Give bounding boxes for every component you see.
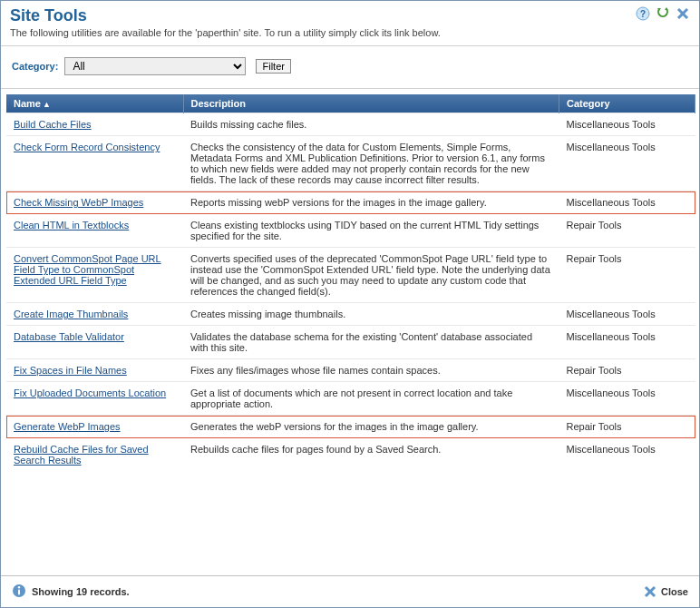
tool-link[interactable]: Generate WebP Images bbox=[14, 421, 121, 432]
table-row: Check Form Record ConsistencyChecks the … bbox=[6, 136, 695, 191]
tool-category: Repair Tools bbox=[559, 416, 695, 438]
tool-category: Miscellaneous Tools bbox=[559, 191, 695, 214]
svg-rect-7 bbox=[18, 590, 20, 595]
svg-point-8 bbox=[18, 586, 20, 588]
table-scroll[interactable]: Name▲ Description Category Build Cache F… bbox=[6, 94, 695, 559]
tool-link[interactable]: Check Form Record Consistency bbox=[14, 142, 160, 152]
tool-link[interactable]: Fix Uploaded Documents Location bbox=[14, 387, 166, 398]
tool-category: Miscellaneous Tools bbox=[559, 136, 695, 191]
tool-desc: Fixes any files/images whose file names … bbox=[183, 359, 559, 382]
help-icon[interactable]: ? bbox=[636, 6, 650, 23]
close-icon[interactable] bbox=[676, 6, 690, 23]
tool-category: Miscellaneous Tools bbox=[559, 382, 695, 416]
table-row: Clean HTML in TextblocksCleans existing … bbox=[6, 214, 695, 248]
table-row: Fix Uploaded Documents LocationGet a lis… bbox=[6, 382, 695, 416]
col-description[interactable]: Description bbox=[183, 94, 559, 113]
tools-table: Name▲ Description Category Build Cache F… bbox=[6, 94, 695, 471]
table-row: Build Cache FilesBuilds missing cache fi… bbox=[6, 113, 695, 136]
tool-desc: Get a list of documents which are not pr… bbox=[183, 382, 559, 416]
filter-bar: Category: All Filter bbox=[1, 46, 699, 89]
table-row: Database Table ValidatorValidates the da… bbox=[6, 326, 695, 359]
table-row: Fix Spaces in File NamesFixes any files/… bbox=[6, 359, 695, 382]
close-button[interactable]: Close bbox=[643, 584, 688, 599]
tool-desc: Reports missing webP versions for the im… bbox=[183, 191, 559, 214]
tool-link[interactable]: Create Image Thumbnails bbox=[14, 309, 128, 319]
tool-desc: Cleans existing textblocks using TIDY ba… bbox=[183, 214, 559, 248]
tool-desc: Converts specified uses of the deprecate… bbox=[183, 248, 559, 303]
tool-category: Repair Tools bbox=[559, 214, 695, 248]
filter-button[interactable]: Filter bbox=[256, 59, 290, 74]
refresh-icon[interactable] bbox=[656, 6, 670, 23]
table-row: Generate WebP ImagesGenerates the webP v… bbox=[6, 416, 695, 438]
category-label: Category: bbox=[12, 61, 58, 72]
svg-text:?: ? bbox=[640, 9, 646, 19]
info-icon bbox=[12, 583, 26, 600]
tool-category: Repair Tools bbox=[559, 248, 695, 303]
sort-asc-icon: ▲ bbox=[43, 100, 51, 109]
tool-link[interactable]: Convert CommonSpot Page URL Field Type t… bbox=[14, 253, 161, 286]
page-title: Site Tools bbox=[10, 6, 690, 25]
col-category[interactable]: Category bbox=[559, 94, 695, 113]
tool-desc: Builds missing cache files. bbox=[183, 113, 559, 136]
tool-desc: Generates the webP versions for the imag… bbox=[183, 416, 559, 438]
tool-desc: Rebuilds cache files for pages found by … bbox=[183, 438, 559, 472]
tool-desc: Creates missing image thumbnails. bbox=[183, 303, 559, 326]
table-row: Convert CommonSpot Page URL Field Type t… bbox=[6, 248, 695, 303]
tool-desc: Validates the database schema for the ex… bbox=[183, 326, 559, 359]
page-subtitle: The following utilities are available fo… bbox=[10, 27, 690, 38]
col-name[interactable]: Name▲ bbox=[6, 94, 183, 113]
table-row: Create Image ThumbnailsCreates missing i… bbox=[6, 303, 695, 326]
table-row: Rebuild Cache Files for Saved Search Res… bbox=[6, 438, 695, 472]
tool-link[interactable]: Build Cache Files bbox=[14, 119, 92, 130]
tool-desc: Checks the consistency of the data for C… bbox=[183, 136, 559, 191]
svg-marker-3 bbox=[665, 7, 668, 10]
tool-link[interactable]: Database Table Validator bbox=[14, 331, 124, 342]
tool-category: Miscellaneous Tools bbox=[559, 326, 695, 359]
tool-category: Miscellaneous Tools bbox=[559, 113, 695, 136]
close-label: Close bbox=[661, 586, 688, 597]
tool-category: Miscellaneous Tools bbox=[559, 303, 695, 326]
footer-bar: Showing 19 records. Close bbox=[1, 575, 699, 607]
tool-category: Repair Tools bbox=[559, 359, 695, 382]
tool-category: Miscellaneous Tools bbox=[559, 438, 695, 472]
record-count: Showing 19 records. bbox=[32, 586, 130, 597]
tool-link[interactable]: Rebuild Cache Files for Saved Search Res… bbox=[14, 444, 149, 466]
category-select[interactable]: All bbox=[64, 57, 246, 75]
tool-link[interactable]: Clean HTML in Textblocks bbox=[14, 220, 129, 230]
table-row: Check Missing WebP ImagesReports missing… bbox=[6, 191, 695, 214]
tool-link[interactable]: Fix Spaces in File Names bbox=[14, 365, 127, 376]
tool-link[interactable]: Check Missing WebP Images bbox=[14, 197, 143, 208]
